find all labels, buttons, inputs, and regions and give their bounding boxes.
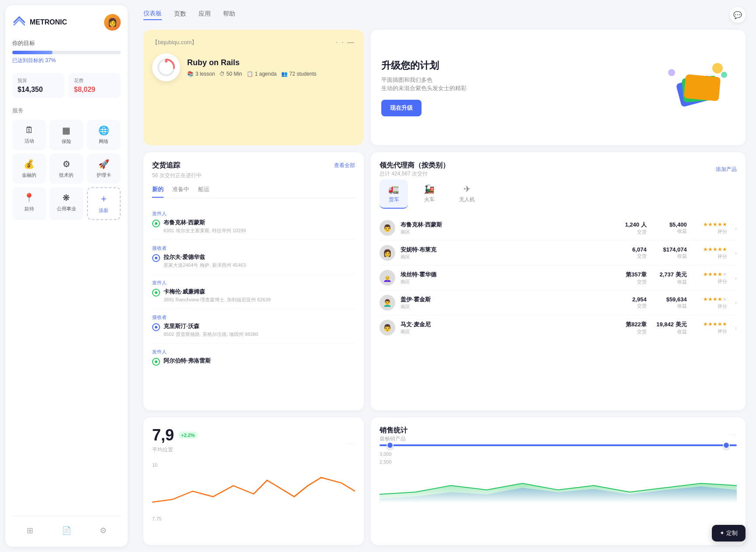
view-all-btn[interactable]: 查看全部 [334,162,355,169]
agent-region: 南区 [401,328,615,335]
budget-row: 预算 $14,350 花费 $8,029 [12,73,121,98]
agent-money: $174,074 收益 [652,246,687,259]
delivery-name: 阿尔伯特·弗洛雷斯 [164,357,211,365]
financial-icon: 💰 [24,159,35,169]
service-label: 护理卡 [97,172,111,178]
agent-region: 南区 [401,304,615,310]
add-product-button[interactable]: 添加产品 [716,166,737,173]
big-number-row: 7,9 +2.2% [152,426,198,444]
hospitality-icon: 📍 [24,192,35,203]
stats-more-btn[interactable]: ··· [348,440,355,447]
delivery-subtitle: 56 次交付正在进行中 [152,172,355,179]
agent-card: 领先代理商（按类别） 总计 424,567 次交付 添加产品 🚛 货车 🚂 火车… [371,152,746,410]
delivery-dot-blue [152,323,160,331]
slider-left-handle[interactable] [387,442,394,449]
tab-train[interactable]: 🚂 火车 [415,179,443,209]
range-slider[interactable] [380,444,737,446]
agent-arrow-icon[interactable]: › [735,325,737,331]
logo: METRONIC [12,15,67,29]
delivery-name: 卡梅伦·威廉姆森 [164,288,271,296]
sender-info: 布鲁克林·西蒙斯 6391 埃尔全主塞莱斯, 特拉华州 10299 [164,219,246,234]
receiver-label: 接收者 [152,245,355,252]
agent-info: 盖伊·霍金斯 南区 [401,296,615,310]
service-label: 金融的 [22,172,36,178]
delivery-address: 6391 埃尔全主塞莱斯, 特拉华州 10299 [164,227,246,234]
service-insurance[interactable]: ▦ 保险 [49,120,83,150]
agent-row: 👩 安妮特·布莱克 南区 6,074 交货 $174,074 收益 ★★★★★ … [380,241,737,266]
delivery-item: 接收者 拉尔夫·爱德华兹 星家大道2464号 梅萨, 新泽西州 45463 [152,240,355,274]
expense-value: $8,029 [74,86,115,94]
slider-track [380,444,737,446]
agent-region: 南区 [401,254,615,260]
service-technical[interactable]: ⚙ 技术的 [49,154,83,184]
agent-stars: ★★★★★ 评分 [692,271,727,285]
goal-percent: 已达到目标的 37% [12,57,121,64]
customize-button[interactable]: ✦ 定制 [712,525,746,542]
agent-stars: ★★★★★ 评分 [692,221,727,235]
agent-title: 领先代理商（按类别） [380,161,449,169]
file-icon[interactable]: 📄 [59,523,74,538]
expense-label: 花费 [74,77,115,84]
service-network[interactable]: 🌐 网络 [87,120,121,150]
sales-title-group: 销售统计 最畅销产品 [380,426,408,443]
agent-row: 👩‍🦳 埃丝特·霍华德 南区 第357章 交货 2,737 美元 收益 ★★★★… [380,266,737,290]
tab-shipping[interactable]: 船运 [198,185,209,198]
tab-truck[interactable]: 🚛 货车 [380,179,408,209]
layers-icon[interactable]: ⊞ [24,523,36,538]
agent-row: 👨‍🦱 盖伊·霍金斯 南区 2,954 交货 $59,634 收益 ★★★★★ … [380,290,737,315]
service-label: 网络 [99,138,108,145]
nav-pages[interactable]: 页数 [174,10,186,20]
delivery-list: 发件人 布鲁克林·西蒙斯 6391 埃尔全主塞莱斯, 特拉华州 10299 接收… [152,205,355,371]
svg-point-8 [668,69,675,76]
receiver-info: 拉尔夫·爱德华兹 星家大道2464号 梅萨, 新泽西州 45463 [164,253,246,269]
delivery-address: 8502 普雷斯顿路, 英格尔伍德, 缅因州 98380 [164,331,258,338]
stats-number-group: 7,9 +2.2% 平均位置 [152,426,198,461]
chat-icon[interactable]: 💬 [730,7,746,23]
upgrade-desc: 平面插图和我们多色 生动的未混合紫色头发女士的精彩 [381,76,467,93]
course-meta: 📚 3 lesson ⏱ 50 Min 📋 1 agenda 👥 [187,71,317,77]
agent-region: 南区 [401,279,615,285]
upgrade-text: 升级您的计划 平面插图和我们多色 生动的未混合紫色头发女士的精彩 现在升级 [381,59,467,116]
agent-name: 埃丝特·霍华德 [401,271,615,279]
user-avatar[interactable]: 👩 [104,14,121,31]
delivery-header: 交货追踪 查看全部 [152,161,355,170]
course-dots-icon[interactable]: · · — [336,38,355,46]
agenda-meta: 📋 1 agenda [247,71,277,77]
technical-icon: ⚙ [63,159,70,169]
service-hospitality[interactable]: 📍 款待 [12,187,46,220]
sales-more-btn[interactable]: ··· [729,431,737,437]
agent-subtitle: 总计 424,567 次交付 [380,171,428,177]
tab-drone[interactable]: ✈ 无人机 [450,179,484,209]
sender-label: 发件人 [152,349,355,355]
tab-new[interactable]: 新的 [152,185,164,198]
svg-point-7 [721,72,727,78]
progress-fill [12,51,52,54]
service-add-new[interactable]: + 添新 [87,187,121,220]
course-body: Ruby on Rails 📚 3 lesson ⏱ 50 Min 📋 1 [152,53,355,81]
agent-row: 👨 马文·麦金尼 南区 第822章 交货 19,842 美元 收益 ★★★★★ … [380,315,737,340]
agent-arrow-icon[interactable]: › [735,275,737,281]
service-nursing[interactable]: 🚀 护理卡 [87,154,121,184]
upgrade-button[interactable]: 现在升级 [381,100,422,116]
agent-arrow-icon[interactable]: › [735,225,737,231]
budget-value: $14,350 [17,86,59,94]
network-icon: 🌐 [98,125,109,136]
service-public[interactable]: ❋ 公用事业 [49,187,83,220]
settings-icon[interactable]: ⚙ [97,523,109,538]
add-label: 添新 [99,207,108,214]
delivery-title: 交货追踪 [152,161,180,170]
agent-arrow-icon[interactable]: › [735,250,737,256]
service-activity[interactable]: 🗓 活动 [12,120,46,150]
nav-help[interactable]: 帮助 [223,10,235,20]
nav-dashboard[interactable]: 仪表板 [143,10,162,20]
agent-arrow-icon[interactable]: › [735,300,737,306]
lesson-icon: 📚 [187,71,194,77]
nursing-icon: 🚀 [98,159,109,169]
truck-icon: 🚛 [388,184,399,194]
course-url: 【biqubiqu.com】 [152,38,197,46]
nav-apps[interactable]: 应用 [199,10,211,20]
slider-right-handle[interactable] [723,442,730,449]
tab-preparing[interactable]: 准备中 [172,185,189,198]
upgrade-illustration [665,57,735,118]
service-financial[interactable]: 💰 金融的 [12,154,46,184]
